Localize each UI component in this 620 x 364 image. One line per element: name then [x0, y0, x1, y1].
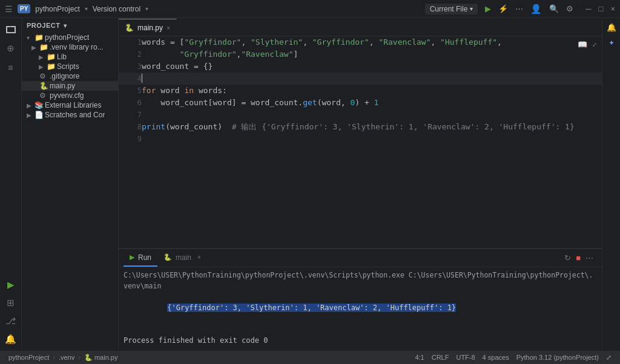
sidebar-item-label: main.py: [50, 82, 75, 90]
tree-arrow: ▾: [27, 34, 33, 41]
main-tab-label: main: [176, 253, 191, 262]
activity-notifications-icon[interactable]: 🔔: [2, 330, 20, 348]
editor-tab-main[interactable]: 🐍 main.py ×: [119, 19, 177, 36]
activity-git-icon[interactable]: ⎇: [2, 312, 20, 330]
status-bar: pythonProject › .venv › 🐍 main.py 4:1 CR…: [0, 351, 620, 364]
folder-icon: 📁: [35, 33, 43, 42]
status-file[interactable]: 🐍 main.py: [81, 354, 122, 362]
title-bar-right: Current File ▾ ▶ ⚡ ⋯ 👤 🔍 ⚙ ─ □ ×: [425, 4, 615, 15]
terminal-line-4: Process finished with exit code 0: [124, 335, 597, 346]
editor-toolbar: 📖 ✓: [578, 40, 597, 49]
sidebar-item-external-libs[interactable]: ▶ 📚 External Libraries: [22, 100, 118, 110]
sidebar: Project ▾ ▾ 📁 pythonProject ▶ 📁 .venv li…: [22, 18, 119, 351]
editor-area: 🐍 main.py × 📖 ✓ 1 words = ["Gryffind: [119, 18, 602, 248]
sidebar-item-lib[interactable]: ▶ 📁 Lib: [22, 52, 118, 62]
run-tab-label: Run: [138, 253, 151, 262]
panel-rerun-icon[interactable]: ↻: [563, 252, 572, 264]
bottom-panel: ▶ Run 🐍 main × ↻ ■ ⋯: [119, 248, 602, 351]
line-content[interactable]: words = ["Gryffindor", "Slytherin", "Gry…: [142, 36, 602, 48]
svg-rect-4: [10, 26, 15, 27]
sidebar-item-scripts[interactable]: ▶ 📁 Scripts: [22, 62, 118, 71]
right-bar: 🔔 ✦: [602, 18, 620, 351]
line-content[interactable]: for word in words:: [142, 85, 602, 97]
sidebar-item-label: Scratches and Cor: [45, 111, 105, 119]
panel-stop-icon[interactable]: ■: [575, 252, 582, 264]
tab-close-icon[interactable]: ×: [167, 24, 170, 31]
project-name[interactable]: pythonProject: [35, 5, 79, 13]
line-number: 8: [119, 121, 142, 133]
line-content[interactable]: word_count = {}: [142, 60, 602, 73]
sidebar-item-label: Lib: [57, 53, 67, 61]
tree-arrow: ▶: [31, 44, 38, 51]
code-editor[interactable]: 📖 ✓ 1 words = ["Gryffindor", "Slytherin"…: [119, 36, 602, 248]
sidebar-item-scratches[interactable]: ▶ 📄 Scratches and Cor: [22, 110, 118, 120]
panel-tab-run[interactable]: ▶ Run: [124, 250, 157, 267]
activity-plugins-icon[interactable]: ⊞: [2, 294, 20, 312]
activity-commits-icon[interactable]: ⊕: [2, 39, 20, 57]
code-line-1: 1 words = ["Gryffindor", "Slytherin", "G…: [119, 36, 602, 48]
sidebar-item-pyvenv[interactable]: ⚙ pyvenv.cfg: [22, 91, 118, 100]
current-file-button[interactable]: Current File ▾: [425, 4, 478, 15]
sidebar-item-venv[interactable]: ▶ 📁 .venv library ro...: [22, 42, 118, 52]
sidebar-title: Project: [27, 22, 60, 29]
line-content[interactable]: "Gryffindor","Ravenclaw"]: [142, 48, 602, 60]
sidebar-item-main[interactable]: 🐍 main.py: [22, 81, 118, 91]
code-line-2: 2 "Gryffindor","Ravenclaw"]: [119, 48, 602, 60]
activity-search-icon[interactable]: ≡: [2, 58, 20, 76]
minimize-button[interactable]: ─: [585, 4, 591, 13]
close-button[interactable]: ×: [610, 4, 615, 13]
status-line-col[interactable]: 4:1: [411, 354, 427, 361]
code-line-8: 8 print(word_count) # 输出 {'Gryffindor': …: [119, 121, 602, 133]
sidebar-item-pythonproject[interactable]: ▾ 📁 pythonProject: [22, 33, 118, 42]
sidebar-header: Project ▾: [22, 18, 118, 33]
line-number: 9: [119, 133, 142, 145]
line-content[interactable]: print(word_count) # 输出 {'Gryffindor': 3,…: [142, 121, 602, 133]
code-line-6: 6 word_count[word] = word_count.get(word…: [119, 97, 602, 109]
app-logo: PY: [18, 4, 30, 13]
run-icon[interactable]: ▶: [485, 4, 491, 13]
line-number: 4: [119, 73, 142, 85]
panel-more-icon[interactable]: ⋯: [584, 252, 595, 264]
terminal-content[interactable]: C:\Users\USER\PythonTraining\pythonProje…: [119, 267, 602, 351]
folder-icon: 📁: [47, 53, 55, 61]
status-python[interactable]: Python 3.12 (pythonProject): [513, 354, 602, 361]
notifications-icon[interactable]: 🔔: [605, 21, 618, 34]
user-icon[interactable]: 👤: [530, 4, 542, 15]
status-indent[interactable]: 4 spaces: [479, 354, 513, 361]
hamburger-icon[interactable]: ☰: [5, 4, 13, 14]
status-crlf[interactable]: CRLF: [428, 354, 453, 361]
line-content[interactable]: [142, 133, 602, 145]
debug-icon[interactable]: ⚡: [498, 4, 508, 13]
line-content[interactable]: [142, 109, 602, 121]
version-control[interactable]: Version control: [93, 5, 140, 13]
scratches-icon: 📄: [35, 111, 43, 119]
panel-toolbar: ↻ ■ ⋯: [561, 252, 597, 264]
book-icon[interactable]: 📖: [578, 40, 587, 49]
main-tab-close[interactable]: ×: [197, 254, 201, 261]
activity-project-icon[interactable]: [2, 21, 20, 39]
code-line-5: 5 for word in words:: [119, 85, 602, 97]
settings-icon[interactable]: ⚙: [566, 4, 573, 13]
line-content[interactable]: word_count[word] = word_count.get(word, …: [142, 97, 602, 109]
status-venv[interactable]: .venv: [55, 354, 78, 361]
ai-icon[interactable]: ✦: [605, 36, 618, 50]
more-icon[interactable]: ⋯: [515, 4, 523, 13]
tree-arrow: ▶: [39, 54, 45, 60]
search-icon[interactable]: 🔍: [549, 4, 559, 13]
activity-run-icon[interactable]: ▶: [2, 276, 20, 294]
check-icon[interactable]: ✓: [592, 40, 597, 49]
sidebar-item-gitignore[interactable]: ⚙ .gitignore: [22, 71, 118, 81]
status-encoding[interactable]: UTF-8: [452, 354, 478, 361]
status-expand-icon[interactable]: ⤢: [602, 354, 615, 362]
tab-bar: 🐍 main.py ×: [119, 18, 602, 36]
terminal-line-3: [124, 324, 597, 335]
line-number: 2: [119, 48, 142, 60]
panel-tab-main[interactable]: 🐍 main ×: [157, 250, 207, 267]
maximize-button[interactable]: □: [599, 4, 604, 13]
file-icon: ⚙: [39, 72, 48, 80]
python-file-icon: 🐍: [39, 82, 48, 90]
line-content[interactable]: [142, 73, 602, 85]
status-project[interactable]: pythonProject: [5, 354, 53, 361]
main-layout: ⊕ ≡ ▶ ⊞ ⎇ 🔔 Project ▾ ▾ 📁 pythonProject …: [0, 18, 620, 351]
tree-arrow: ▶: [27, 102, 33, 109]
